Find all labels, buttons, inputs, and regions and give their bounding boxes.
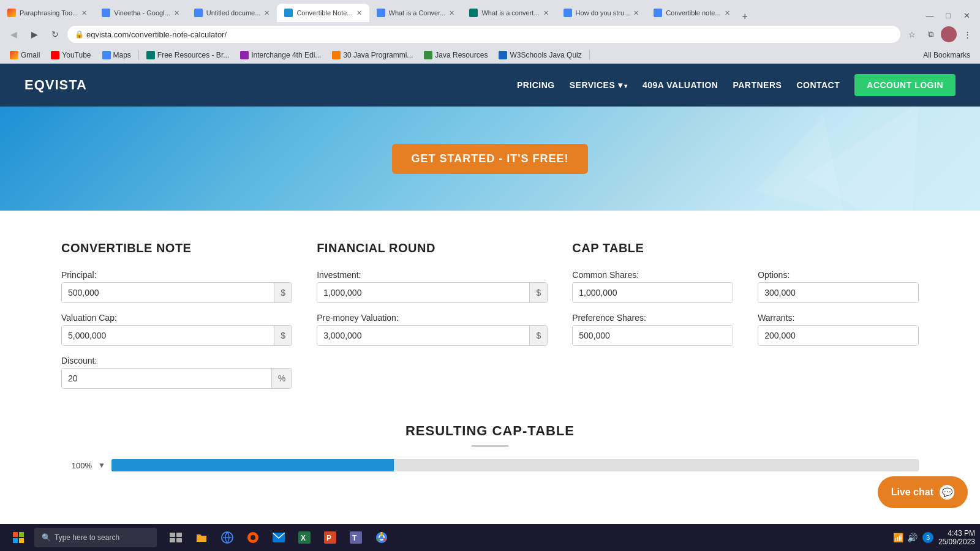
bookmark-w3schools[interactable]: W3Schools Java Quiz	[494, 50, 586, 61]
start-button[interactable]	[5, 527, 32, 549]
account-login-button[interactable]: ACCOUNT LOGIN	[854, 74, 956, 96]
bookmark-gmail[interactable]: Gmail	[5, 50, 45, 61]
nav-link-pricing[interactable]: PRICING	[517, 80, 555, 90]
principal-field-group: Principal: $	[61, 270, 292, 303]
tab-how-do-you[interactable]: How do you stru... ✕	[556, 4, 647, 22]
taskbar-app-teams[interactable]: T	[344, 526, 368, 549]
notification-badge[interactable]: 3	[922, 532, 933, 543]
pre-money-label: Pre-money Valuation:	[317, 313, 548, 323]
options-input[interactable]	[758, 283, 918, 302]
reload-button[interactable]: ↻	[47, 26, 64, 43]
java-favicon	[332, 51, 341, 59]
tab-close-conv2[interactable]: ✕	[725, 9, 730, 17]
tab-close-what2[interactable]: ✕	[543, 9, 549, 17]
music-icon	[247, 531, 259, 544]
w3schools-favicon	[499, 51, 507, 59]
profile-avatar[interactable]	[941, 26, 957, 42]
pre-money-input[interactable]	[317, 326, 529, 345]
address-text: eqvista.com/convertible-note-calculator/	[86, 30, 227, 39]
excel-icon: X	[298, 531, 311, 544]
valuation-cap-input[interactable]	[62, 326, 274, 345]
bookmark-maps[interactable]: Maps	[97, 50, 136, 61]
taskbar-search[interactable]: 🔍 Type here to search	[34, 528, 157, 547]
cap-table-columns: Common Shares: Preference Shares:	[572, 270, 919, 356]
nav-link-contact[interactable]: CONTACT	[796, 80, 840, 90]
maximize-button[interactable]: □	[940, 9, 957, 22]
hero-section: GET STARTED - IT'S FREE!	[0, 107, 980, 211]
windows-icon	[13, 532, 24, 543]
more-options-button[interactable]: ⋮	[959, 26, 975, 42]
tab-convertible-note[interactable]: Convertible Note... ✕	[277, 4, 369, 22]
taskbar-app-chrome[interactable]	[370, 526, 393, 549]
address-bar-row: ◀ ▶ ↻ 🔒 eqvista.com/convertible-note-cal…	[0, 22, 980, 47]
bookmark-gmail-label: Gmail	[21, 51, 40, 59]
taskbar-app-mail[interactable]	[267, 526, 290, 549]
resulting-section: RESULTING CAP-TABLE 100% ▼	[61, 423, 919, 471]
bookmark-java[interactable]: 30 Java Programmi...	[327, 50, 418, 61]
warrants-input[interactable]	[758, 326, 918, 345]
bookmark-java-resources[interactable]: Java Resources	[419, 50, 492, 61]
tab-label-convertible: Convertible Note...	[296, 9, 352, 17]
taskbar-app-powerpoint[interactable]: P	[318, 526, 342, 549]
options-input-wrap	[758, 282, 919, 303]
forward-button[interactable]: ▶	[26, 26, 43, 43]
new-tab-button[interactable]: +	[737, 11, 753, 22]
tab-close-vineetha[interactable]: ✕	[174, 9, 179, 17]
close-window-button[interactable]: ✕	[958, 9, 975, 22]
tab-close-what1[interactable]: ✕	[449, 9, 454, 17]
bookmark-youtube[interactable]: YouTube	[46, 50, 96, 61]
bookmark-free-resources[interactable]: Free Resources - Br...	[141, 50, 234, 61]
network-icon[interactable]: 📶	[893, 533, 903, 542]
tab-close-docs[interactable]: ✕	[264, 9, 270, 17]
bookmark-interchange[interactable]: Interchange 4th Edi...	[235, 50, 326, 61]
taskbar-apps: X P T	[164, 526, 393, 549]
svg-rect-1	[19, 532, 24, 537]
taskbar-app-music[interactable]	[241, 526, 265, 549]
resulting-title: RESULTING CAP-TABLE	[61, 423, 919, 439]
tab-close-paraphrasing[interactable]: ✕	[81, 9, 87, 17]
chat-bubble-icon	[940, 485, 954, 500]
principal-input[interactable]	[62, 283, 274, 302]
investment-suffix: $	[529, 283, 547, 302]
tab-convertible-note2[interactable]: Convertible note... ✕	[646, 4, 737, 22]
back-button[interactable]: ◀	[5, 26, 22, 43]
tab-vineetha[interactable]: Vineetha - Googl... ✕	[94, 4, 187, 22]
tab-close-convertible[interactable]: ✕	[356, 9, 362, 17]
nav-link-partners[interactable]: PARTNERS	[733, 80, 782, 90]
address-bar[interactable]: 🔒 eqvista.com/convertible-note-calculato…	[67, 26, 900, 43]
live-chat-button[interactable]: Live chat	[878, 476, 968, 508]
tab-what-is-convert2[interactable]: What is a convert... ✕	[462, 4, 556, 22]
bookmark-star-button[interactable]: ☆	[904, 26, 920, 42]
investment-input[interactable]	[317, 283, 529, 302]
tab-close-how[interactable]: ✕	[633, 9, 639, 17]
discount-input[interactable]	[62, 369, 271, 388]
sound-icon[interactable]: 🔊	[907, 533, 918, 542]
mail-icon	[273, 533, 285, 542]
preference-shares-input[interactable]	[573, 326, 733, 345]
taskbar: 🔍 Type here to search	[0, 524, 980, 551]
site-wrapper: EQVISTA PRICING SERVICES ▾ 409A VALUATIO…	[0, 64, 980, 490]
investment-label: Investment:	[317, 270, 548, 280]
nav-link-409a[interactable]: 409A VALUATION	[643, 80, 718, 90]
bookmark-all[interactable]: All Bookmarks	[918, 50, 975, 61]
tab-favicon-conv2	[654, 9, 662, 17]
tab-paraphrasing[interactable]: Paraphrasing Too... ✕	[0, 4, 94, 22]
taskbar-app-browser[interactable]	[216, 526, 239, 549]
nav-link-services[interactable]: SERVICES ▾	[570, 80, 628, 90]
taskbar-app-task-view[interactable]	[164, 526, 187, 549]
taskbar-app-file-explorer[interactable]	[190, 526, 213, 549]
progress-arrow-icon: ▼	[98, 461, 105, 470]
get-started-button[interactable]: GET STARTED - IT'S FREE!	[392, 144, 589, 174]
tab-what-is-conver[interactable]: What is a Conver... ✕	[369, 4, 462, 22]
profile-menu-button[interactable]	[941, 26, 957, 42]
bookmark-separator-1	[138, 50, 139, 60]
common-shares-input[interactable]	[573, 283, 733, 302]
date-display: 25/09/2023	[938, 538, 975, 546]
svg-rect-6	[170, 538, 175, 542]
extension-button[interactable]: ⧉	[922, 26, 938, 42]
taskbar-app-excel[interactable]: X	[293, 526, 316, 549]
minimize-button[interactable]: —	[921, 9, 938, 22]
bookmark-all-label: All Bookmarks	[923, 51, 970, 59]
tab-docs[interactable]: Untitled docume... ✕	[187, 4, 277, 22]
file-explorer-icon	[195, 532, 208, 543]
